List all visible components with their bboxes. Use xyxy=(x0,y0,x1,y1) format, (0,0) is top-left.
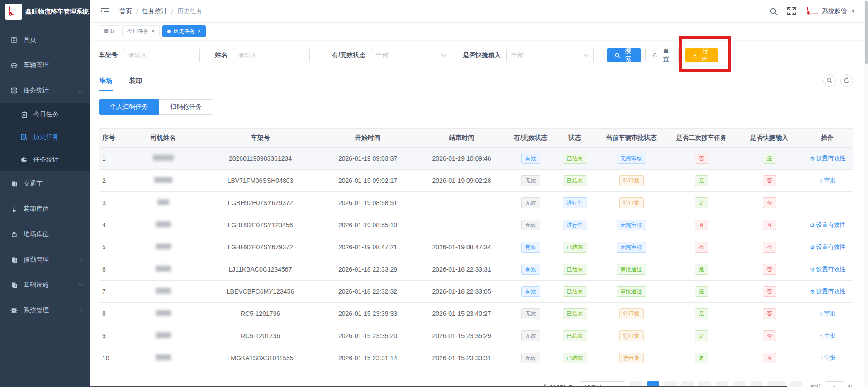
sidebar-subitem-2[interactable]: 任务统计 xyxy=(0,148,90,171)
chevron-up-icon: ︿ xyxy=(78,87,83,94)
status-badge: 进行中 xyxy=(563,220,587,230)
cell-status: 已结束 xyxy=(553,148,596,170)
open-tab-2[interactable]: 历史任务× xyxy=(162,25,206,37)
vin-filter-input[interactable] xyxy=(123,48,200,62)
cell-end-time: 2026-01-19 09:02:28 xyxy=(415,170,508,192)
cell-driver-name xyxy=(126,347,200,369)
redacted-driver-name xyxy=(156,288,171,294)
goto-page-input[interactable] xyxy=(825,381,844,387)
status-badge: 无效 xyxy=(521,353,540,363)
cell-approval-status: 审批通过 xyxy=(596,281,666,303)
status-badge: 无需审核 xyxy=(617,220,646,230)
cell-second-move: 是 xyxy=(666,258,736,281)
validity-filter-select[interactable]: 全部 xyxy=(371,48,451,62)
approve-link[interactable]: ☝审批 xyxy=(819,177,836,185)
mode-personal-scan-button[interactable]: 个人扫码任务 xyxy=(99,99,159,115)
table-refresh-button[interactable] xyxy=(840,74,853,87)
hand-icon: ☝ xyxy=(819,355,823,362)
breadcrumb-history-tasks: 历史任务 xyxy=(177,7,203,15)
cell-vin: LBV71FM06SSH04803 xyxy=(200,170,320,192)
column-header: 当前车辆审批状态 xyxy=(596,129,666,148)
sidebar-item-8[interactable]: 系统管理﹀ xyxy=(0,298,90,323)
brand-swoosh-icon xyxy=(7,6,20,18)
status-badge: 是 xyxy=(695,286,708,297)
sidebar-subitem-0[interactable]: 今日任务 xyxy=(0,103,90,126)
tab-loading[interactable]: 装卸 xyxy=(128,77,143,91)
set-validity-link[interactable]: ⚙设置有效性 xyxy=(810,154,846,162)
column-header: 是否快捷输入 xyxy=(736,129,802,148)
close-tab-icon[interactable]: × xyxy=(152,28,155,34)
sidebar-item-1[interactable]: 车辆管理 xyxy=(0,53,90,78)
table-row: 9RC5-12017362026-01-15 23:35:202026-01-1… xyxy=(99,325,853,347)
approve-link[interactable]: ☝审批 xyxy=(819,310,836,318)
cell-status: 进行中 xyxy=(553,214,596,236)
sidebar-item-4[interactable]: 装卸库位 xyxy=(0,196,90,222)
status-badge: 否 xyxy=(763,220,776,230)
cell-start-time: 2026-01-15 23:39:33 xyxy=(320,303,415,325)
redacted-driver-name xyxy=(156,266,171,272)
breadcrumb-home[interactable]: 首页 xyxy=(119,7,132,15)
set-validity-link[interactable]: ⚙设置有效性 xyxy=(810,221,846,229)
sidebar-item-0[interactable]: 首页 xyxy=(0,27,90,53)
status-badge: 无需审核 xyxy=(617,153,646,164)
cell-validity: 无效 xyxy=(508,170,553,192)
column-header: 有/无效状态 xyxy=(508,129,553,148)
task-list-icon xyxy=(10,86,18,95)
sidebar-item-7[interactable]: 基础设施﹀ xyxy=(0,272,90,298)
sidebar-menu: 首页车辆管理任务统计︿今日任务历史任务任务统计交通车装卸库位堆场库位假勤管理﹀基… xyxy=(0,27,90,323)
search-button[interactable]: 搜索 xyxy=(607,48,641,62)
open-tab-0[interactable]: 首页 xyxy=(99,25,119,37)
status-badge: 是 xyxy=(695,330,708,341)
cell-approval-status: 无需审核 xyxy=(596,148,666,170)
sidebar-collapse-icon[interactable] xyxy=(100,6,110,16)
status-badge: 是 xyxy=(695,197,708,208)
status-badge: 否 xyxy=(763,175,776,186)
set-validity-link[interactable]: ⚙设置有效性 xyxy=(810,287,846,296)
cell-driver-name xyxy=(126,258,200,281)
sidebar-subitem-1[interactable]: 历史任务 xyxy=(0,126,90,148)
set-validity-link[interactable]: ⚙设置有效性 xyxy=(810,265,846,273)
cell-second-move: 是 xyxy=(666,347,736,369)
global-search-icon[interactable] xyxy=(768,6,778,16)
vertical-scrollbar[interactable] xyxy=(864,0,868,387)
cell-index: 2 xyxy=(99,170,126,192)
sidebar-item-2[interactable]: 任务统计︿ xyxy=(0,78,90,103)
close-tab-icon[interactable]: × xyxy=(198,28,201,34)
reset-button[interactable]: 重置 xyxy=(645,48,679,62)
scrollbar-thumb[interactable] xyxy=(865,1,868,64)
gear-icon: ⚙ xyxy=(810,266,815,273)
cell-end-time: 2026-01-15 23:40:27 xyxy=(415,303,508,325)
mode-scan-gun-button[interactable]: 扫码枪任务 xyxy=(159,99,213,115)
status-badge: 已结束 xyxy=(563,153,587,164)
cell-quick-input: 是 xyxy=(736,148,802,170)
name-filter-input[interactable] xyxy=(233,48,310,62)
redacted-driver-name xyxy=(154,177,172,183)
open-tab-1[interactable]: 今日任务× xyxy=(122,25,160,37)
redacted-driver-name xyxy=(153,155,174,161)
table-search-toggle-button[interactable] xyxy=(823,74,836,87)
fullscreen-icon[interactable] xyxy=(787,6,797,16)
sidebar-item-3[interactable]: 交通车 xyxy=(0,171,90,196)
next-page-button[interactable]: › xyxy=(790,381,803,387)
cell-vin: RC5-1201736 xyxy=(200,325,320,347)
column-header: 是否二次移车任务 xyxy=(666,129,736,148)
open-tabs-bar: 首页今日任务×历史任务× xyxy=(90,23,864,40)
cell-validity: 无效 xyxy=(508,325,553,347)
cell-vin: LBEVCBFC6MY123456 xyxy=(200,281,320,303)
column-header: 状态 xyxy=(553,129,596,148)
set-validity-link[interactable]: ⚙设置有效性 xyxy=(810,243,846,251)
user-menu[interactable]: 系统超管 ▼ xyxy=(805,7,855,16)
sidebar-item-5[interactable]: 堆场库位 xyxy=(0,222,90,247)
export-button[interactable]: 导出 xyxy=(685,48,718,62)
breadcrumb-task-stats[interactable]: 任务统计 xyxy=(142,7,167,15)
status-badge: 进行中 xyxy=(563,197,587,208)
cell-vin: LMGKA1S8XS1011555 xyxy=(200,347,320,369)
approve-link[interactable]: ☝审批 xyxy=(819,332,836,340)
table-row: 3LGBH92E07SY6793722026-01-19 08:58:51无效进… xyxy=(99,192,853,214)
topbar-actions: 系统超管 ▼ xyxy=(768,6,855,16)
cell-end-time: 2026-01-15 23:35:29 xyxy=(415,325,508,347)
sidebar-item-6[interactable]: 假勤管理﹀ xyxy=(0,247,90,272)
quick-input-filter-select[interactable]: 全部 xyxy=(506,48,594,62)
approve-link[interactable]: ☝审批 xyxy=(819,354,836,362)
tab-yard[interactable]: 堆场 xyxy=(99,77,113,91)
